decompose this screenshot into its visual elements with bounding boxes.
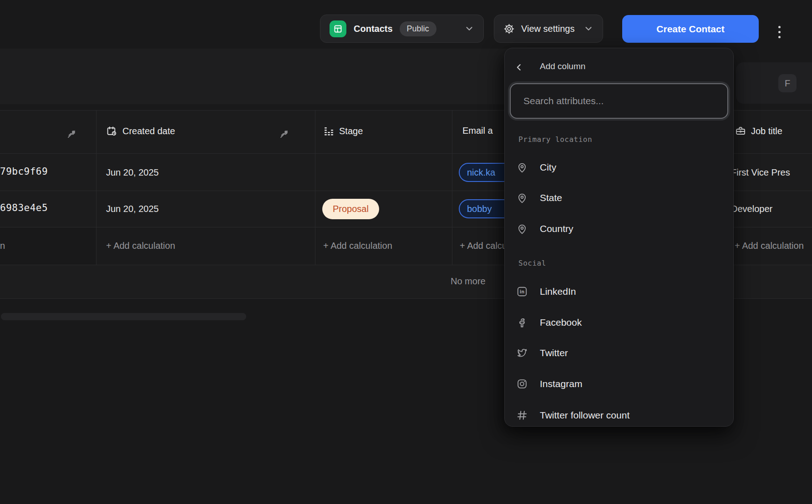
panel-item-label: Instagram (540, 378, 582, 389)
end-of-list-message: No more (451, 276, 486, 287)
created-date-cell[interactable]: Jun 20, 2025 (106, 202, 159, 215)
table-view-icon (330, 20, 346, 37)
linkedin-icon: in (516, 286, 528, 297)
map-pin-icon (516, 161, 528, 173)
facebook-icon (516, 317, 528, 328)
view-settings-label: View settings (521, 24, 574, 34)
column-header-job-title[interactable]: Job title (735, 126, 782, 136)
panel-item-label: City (540, 162, 556, 173)
keyboard-shortcut-badge: F (778, 74, 797, 92)
section-label-primary-location: Primary location (518, 135, 592, 144)
gear-icon (503, 23, 515, 35)
pinned-footer-cell (0, 227, 96, 265)
unpin-column-button[interactable] (279, 129, 289, 140)
panel-item-label: Country (540, 223, 573, 234)
panel-item-label: Twitter (540, 348, 568, 358)
job-title-cell[interactable]: First Vice Pres (731, 166, 812, 179)
column-divider[interactable] (452, 110, 452, 265)
panel-title: Add column (540, 61, 585, 71)
column-header-email[interactable]: Email a (462, 126, 493, 136)
column-header-stage[interactable]: Stage (323, 126, 363, 136)
record-id-cell[interactable]: 79bc9f69 (0, 166, 48, 177)
search-attributes-input[interactable] (510, 83, 728, 119)
column-header-created-date[interactable]: Created date (106, 126, 175, 137)
view-switcher-button[interactable]: Contacts Public (320, 15, 484, 43)
panel-item-label: LinkedIn (540, 286, 576, 297)
panel-item-country[interactable]: Country (505, 213, 734, 244)
stage-columns-icon (323, 126, 334, 136)
panel-item-twitter[interactable]: Twitter (505, 338, 734, 368)
unpin-column-button[interactable] (66, 129, 77, 140)
column-header-label: Job title (751, 126, 782, 136)
toolbar-right-segment: F (736, 62, 812, 104)
more-options-button[interactable] (773, 22, 786, 42)
chevron-down-icon (584, 24, 594, 34)
view-settings-button[interactable]: View settings (494, 15, 603, 43)
panel-item-facebook[interactable]: Facebook (505, 307, 734, 338)
column-divider[interactable] (315, 110, 315, 265)
add-calculation-button[interactable]: + Add calculation (735, 239, 804, 252)
hash-icon (516, 409, 528, 421)
visibility-badge: Public (400, 21, 436, 36)
calendar-clock-icon (106, 126, 117, 137)
panel-item-instagram[interactable]: Instagram (505, 368, 734, 399)
column-header-label: Stage (339, 126, 363, 136)
panel-item-twitter-follower-count[interactable]: Twitter follower count (505, 400, 734, 427)
filter-toolbar (0, 49, 514, 104)
instagram-icon (516, 378, 528, 390)
map-pin-icon (516, 192, 528, 204)
create-contact-button[interactable]: Create Contact (622, 15, 759, 43)
footer-text-fragment: n (0, 239, 5, 252)
panel-item-state[interactable]: State (505, 182, 734, 213)
panel-item-linkedin[interactable]: in LinkedIn (505, 276, 734, 307)
panel-item-city[interactable]: City (505, 152, 734, 183)
horizontal-scrollbar[interactable] (1, 313, 246, 320)
add-calculation-button[interactable]: + Add calculation (106, 239, 175, 252)
twitter-bird-icon (516, 347, 528, 359)
created-date-cell[interactable]: Jun 20, 2025 (106, 166, 159, 179)
add-calculation-button[interactable]: + Add calculation (323, 239, 392, 252)
chevron-down-icon (464, 24, 474, 34)
view-name: Contacts (354, 24, 393, 34)
map-pin-icon (516, 223, 528, 235)
stage-badge[interactable]: Proposal (322, 199, 379, 219)
chevron-left-icon (515, 63, 524, 72)
panel-item-label: State (540, 192, 562, 203)
record-id-cell[interactable]: 6983e4e5 (0, 202, 48, 213)
back-button[interactable] (510, 60, 528, 75)
column-header-label: Email a (462, 126, 493, 136)
svg-text:in: in (520, 289, 524, 294)
briefcase-icon (735, 126, 746, 136)
column-divider[interactable] (96, 110, 96, 265)
job-title-cell[interactable]: Developer (731, 202, 812, 215)
create-contact-label: Create Contact (656, 24, 724, 35)
section-label-social: Social (518, 259, 546, 267)
app-window: Contacts Public View settings Create Con… (0, 0, 812, 504)
panel-item-label: Twitter follower count (540, 410, 629, 421)
panel-item-label: Facebook (540, 317, 582, 328)
add-column-panel: Add column Primary location City State C… (504, 48, 734, 427)
column-header-label: Created date (122, 126, 175, 136)
